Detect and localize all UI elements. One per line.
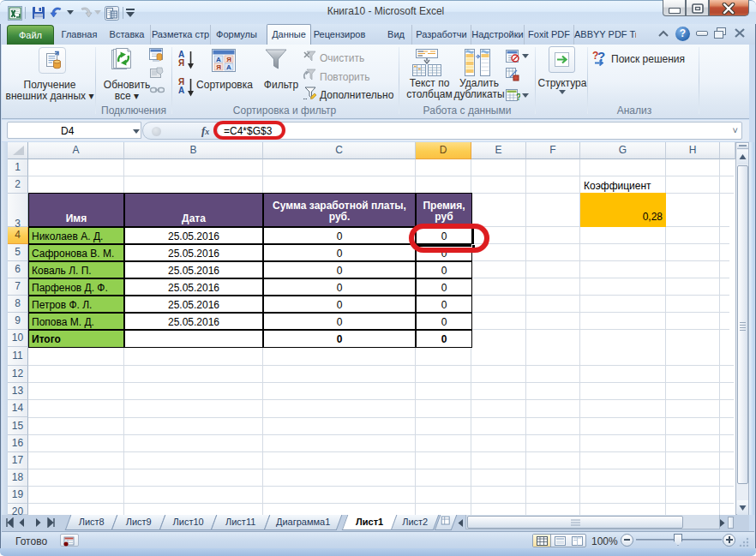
svg-text:Я: Я	[216, 63, 221, 71]
svg-text:А: А	[226, 63, 231, 71]
svg-text:А: А	[216, 56, 221, 63]
svg-text:?: ?	[516, 93, 520, 102]
svg-text:Я: Я	[226, 56, 231, 63]
